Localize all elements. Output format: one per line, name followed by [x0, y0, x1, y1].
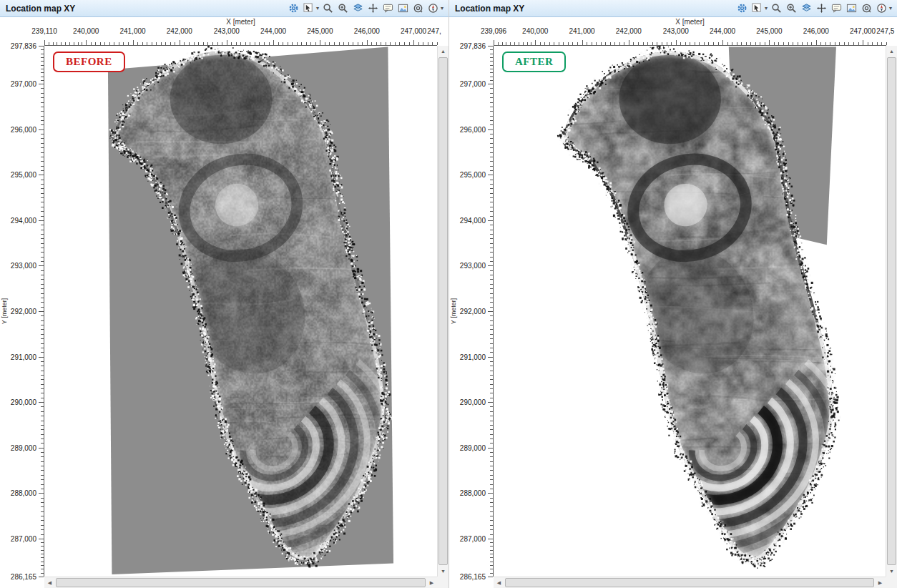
axis-tick-mark: [301, 42, 302, 45]
scroll-left-button[interactable]: ◀: [494, 577, 504, 588]
vertical-scrollbar[interactable]: ▲ ▼: [437, 46, 448, 577]
x-axis-tick-label: 247,: [427, 27, 441, 35]
axis-tick-mark: [881, 42, 882, 45]
axis-tick-mark: [490, 529, 493, 530]
horizontal-scrollbar[interactable]: ◀ ▶: [44, 577, 437, 588]
axis-tick-mark: [490, 534, 493, 535]
axis-tick-mark: [490, 343, 493, 344]
axis-tick-mark: [418, 42, 419, 45]
layers-icon[interactable]: [352, 2, 365, 15]
scroll-left-button[interactable]: ◀: [44, 577, 55, 588]
axis-tick-mark: [490, 475, 493, 476]
axis-tick-mark: [41, 275, 44, 275]
zoom-area-icon[interactable]: [337, 2, 350, 15]
axis-tick-mark: [490, 484, 493, 485]
axis-tick-mark: [156, 42, 157, 45]
dropdown-caret-icon[interactable]: ▾: [765, 5, 768, 11]
axis-tick-mark: [490, 111, 493, 112]
horizontal-scroll-thumb[interactable]: [56, 578, 426, 587]
axis-tick-mark: [152, 42, 152, 45]
axis-tick-mark: [41, 421, 44, 421]
x-axis: X [meter] 239,110240,000241,000242,00024…: [0, 17, 448, 46]
axis-tick-mark: [667, 42, 667, 45]
axis-tick-mark: [41, 197, 44, 198]
y-axis-tick-label: 292,000: [460, 308, 486, 315]
axis-tick-mark: [619, 42, 620, 45]
axis-tick-mark: [490, 411, 493, 412]
axis-tick-mark: [198, 42, 199, 45]
axis-tick-mark: [41, 302, 44, 303]
horizontal-scroll-thumb[interactable]: [505, 578, 874, 587]
axis-tick-mark: [704, 42, 705, 45]
axis-tick-mark: [568, 42, 569, 45]
settings-gear-icon[interactable]: [288, 2, 300, 15]
axis-tick-mark: [240, 42, 241, 45]
axis-tick-mark: [41, 550, 44, 551]
zoom-icon[interactable]: [770, 2, 783, 15]
axis-tick-mark: [41, 443, 44, 444]
scroll-down-button[interactable]: ▼: [438, 566, 448, 577]
axis-tick-mark: [490, 315, 493, 316]
axis-tick-mark: [41, 498, 44, 499]
zoom-reset-icon[interactable]: [412, 2, 425, 15]
x-axis-tick-label: 239,110: [31, 27, 57, 35]
compass-icon[interactable]: [876, 2, 888, 15]
zoom-reset-icon[interactable]: [861, 2, 873, 15]
pointer-mode-icon[interactable]: [751, 2, 764, 15]
axis-tick-mark: [41, 546, 44, 547]
axis-tick-mark: [746, 42, 747, 45]
axis-tick-mark: [288, 42, 288, 45]
zoom-icon[interactable]: [322, 2, 335, 15]
axis-tick-mark: [57, 42, 57, 45]
axis-tick-mark: [41, 406, 44, 407]
axis-tick-mark: [490, 421, 493, 421]
y-axis-tick-label: 295,000: [460, 171, 486, 179]
settings-gear-icon[interactable]: [736, 2, 749, 15]
axis-tick-mark: [718, 42, 719, 45]
axis-tick-mark: [490, 298, 493, 298]
pan-icon[interactable]: [367, 2, 380, 15]
axis-tick-mark: [490, 293, 493, 294]
axis-tick-mark: [488, 175, 493, 175]
axis-tick-mark: [488, 357, 493, 358]
scroll-right-button[interactable]: ▶: [875, 577, 886, 588]
seismic-map-canvas[interactable]: [494, 46, 886, 577]
y-axis-marks: [487, 46, 494, 577]
axis-tick-mark: [535, 40, 536, 45]
seismic-map-canvas[interactable]: [44, 46, 437, 577]
axis-tick-mark: [490, 565, 493, 566]
axis-tick-mark: [41, 65, 44, 66]
dropdown-caret-icon[interactable]: ▾: [316, 5, 319, 11]
pointer-mode-icon[interactable]: [303, 2, 315, 15]
axis-tick-mark: [41, 69, 44, 69]
axis-tick-mark: [41, 329, 44, 330]
comment-icon[interactable]: [830, 2, 843, 15]
zoom-area-icon[interactable]: [785, 2, 798, 15]
export-image-icon[interactable]: [397, 2, 410, 15]
layers-icon[interactable]: [800, 2, 813, 15]
vertical-scrollbar[interactable]: ▲ ▼: [886, 46, 897, 577]
vertical-scroll-thumb[interactable]: [887, 57, 896, 565]
y-axis-tick-label: 291,000: [460, 353, 486, 361]
compass-icon[interactable]: [427, 2, 440, 15]
horizontal-scrollbar[interactable]: ◀ ▶: [494, 577, 886, 588]
x-axis-labels: 239,110240,000241,000242,000243,000244,0…: [44, 27, 437, 36]
scroll-right-button[interactable]: ▶: [426, 577, 437, 588]
axis-tick-mark: [41, 54, 44, 54]
vertical-scroll-thumb[interactable]: [438, 57, 448, 565]
dropdown-caret-icon[interactable]: ▾: [441, 5, 443, 11]
comment-icon[interactable]: [382, 2, 395, 15]
x-axis-tick-label: 240,000: [522, 27, 548, 35]
axis-tick-mark: [74, 42, 74, 45]
pan-icon[interactable]: [815, 2, 828, 15]
axis-tick-mark: [662, 42, 662, 45]
export-image-icon[interactable]: [845, 2, 858, 15]
scroll-up-button[interactable]: ▲: [886, 46, 897, 57]
axis-tick-mark: [820, 42, 821, 45]
scroll-up-button[interactable]: ▲: [438, 46, 448, 57]
axis-tick-mark: [760, 42, 760, 45]
dropdown-caret-icon[interactable]: ▾: [889, 5, 892, 11]
axis-tick-mark: [41, 484, 44, 485]
axis-tick-mark: [490, 270, 493, 271]
scroll-down-button[interactable]: ▼: [886, 566, 897, 577]
